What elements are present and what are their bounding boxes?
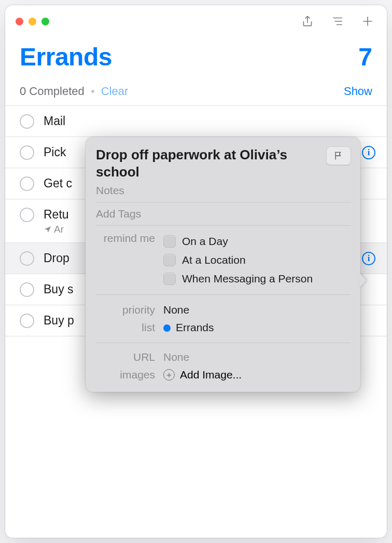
complete-toggle[interactable] [20, 251, 34, 266]
remind-when-messaging-label: When Messaging a Person [182, 273, 313, 285]
reminder-title: Drop [44, 250, 69, 266]
complete-toggle[interactable] [20, 314, 34, 328]
remind-me-label: remind me [96, 232, 163, 245]
remind-on-day-label: On a Day [182, 235, 228, 248]
window-controls [16, 18, 49, 25]
list-value[interactable]: Errands [163, 321, 214, 334]
view-options-icon[interactable] [330, 15, 345, 28]
list-header: Errands 7 [5, 37, 387, 73]
separator-dot: • [91, 85, 95, 98]
remind-me-section: remind me On a Day At a Location When Me… [96, 226, 351, 295]
priority-value[interactable]: None [163, 304, 189, 316]
list-title: Errands [20, 43, 112, 71]
add-image-button[interactable]: + Add Image... [163, 369, 242, 381]
url-value[interactable]: None [163, 351, 189, 363]
list-count: 7 [358, 43, 372, 71]
images-label: images [96, 369, 163, 381]
reminder-title: Buy s [44, 281, 74, 297]
list-value-text: Errands [176, 321, 214, 333]
flag-button[interactable] [326, 146, 351, 165]
details-popover: Drop off paperwork at Olivia’s school No… [86, 137, 360, 392]
toolbar-actions [300, 15, 375, 28]
reminder-title: Pick [44, 144, 66, 160]
notes-field[interactable]: Notes [96, 180, 351, 202]
complete-toggle[interactable] [20, 145, 34, 160]
titlebar [5, 5, 387, 37]
share-icon[interactable] [300, 15, 315, 28]
complete-toggle[interactable] [20, 177, 34, 191]
completed-bar: 0 Completed • Clear Show [5, 73, 387, 105]
priority-label: priority [96, 304, 163, 316]
location-indicator-text: Ar [54, 224, 64, 235]
tags-field[interactable]: Add Tags [96, 202, 351, 226]
reminder-row[interactable]: Mail [5, 106, 387, 137]
fullscreen-window-button[interactable] [41, 18, 49, 25]
plus-circle-icon: + [163, 369, 175, 381]
popover-title[interactable]: Drop off paperwork at Olivia’s school [96, 146, 320, 180]
add-reminder-icon[interactable] [360, 15, 375, 28]
completed-count: 0 Completed [20, 85, 85, 98]
minimize-window-button[interactable] [29, 18, 36, 25]
info-icon[interactable]: i [362, 146, 375, 159]
clear-completed-button[interactable]: Clear [101, 85, 129, 98]
add-image-label: Add Image... [180, 369, 242, 381]
close-window-button[interactable] [16, 18, 23, 25]
complete-toggle[interactable] [20, 282, 34, 297]
remind-at-location-checkbox[interactable] [163, 254, 176, 266]
priority-list-section: priority None list Errands [96, 295, 351, 343]
url-label: URL [96, 351, 163, 363]
remind-when-messaging-checkbox[interactable] [163, 273, 176, 285]
show-completed-button[interactable]: Show [344, 85, 372, 98]
remind-on-day-checkbox[interactable] [163, 235, 176, 248]
complete-toggle[interactable] [20, 114, 34, 129]
list-color-dot [163, 324, 171, 332]
reminder-title: Get c [44, 175, 72, 192]
reminder-title: Retu [44, 207, 69, 223]
info-icon[interactable]: i [362, 252, 375, 265]
complete-toggle[interactable] [20, 208, 34, 222]
remind-at-location-label: At a Location [182, 254, 246, 266]
reminder-subtitle: Ar [44, 224, 69, 235]
reminder-title: Mail [44, 113, 65, 129]
list-field-label: list [96, 321, 163, 334]
url-images-section: URL None images + Add Image... [96, 343, 351, 384]
reminder-title: Buy p [44, 313, 74, 329]
app-window: Errands 7 0 Completed • Clear Show Mail … [5, 5, 387, 538]
